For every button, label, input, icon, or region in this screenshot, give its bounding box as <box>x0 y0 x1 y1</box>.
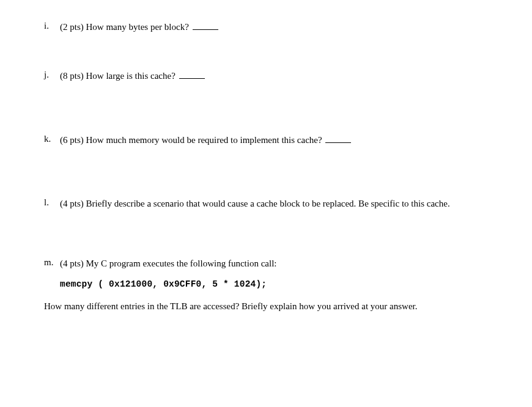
question-text: (6 pts) How much memory would be require… <box>60 135 322 145</box>
question-marker: i. <box>44 21 60 31</box>
question-body: (2 pts) How many bytes per block? <box>60 21 488 33</box>
question-row: i. (2 pts) How many bytes per block? <box>44 21 488 33</box>
followup-text: How many different entries in the TLB ar… <box>44 300 488 312</box>
answer-blank <box>193 21 218 31</box>
question-row: l. (4 pts) Briefly describe a scenario t… <box>44 197 488 210</box>
question-text: (4 pts) My C program executes the follow… <box>60 258 277 268</box>
question-body: (8 pts) How large is this cache? <box>60 70 488 82</box>
question-marker: j. <box>44 70 60 80</box>
question-i: i. (2 pts) How many bytes per block? <box>44 21 488 33</box>
question-j: j. (8 pts) How large is this cache? <box>44 70 488 82</box>
question-marker: m. <box>44 257 60 268</box>
answer-blank <box>179 70 205 79</box>
code-snippet: memcpy ( 0x121000, 0x9CFF0, 5 * 1024); <box>60 279 488 289</box>
spacer <box>44 119 488 134</box>
question-marker: l. <box>44 197 60 208</box>
question-text: (2 pts) How many bytes per block? <box>60 22 189 32</box>
question-row: m. (4 pts) My C program executes the fol… <box>44 257 488 270</box>
question-row: k. (6 pts) How much memory would be requ… <box>44 134 488 146</box>
spacer <box>44 183 488 197</box>
question-body: (4 pts) Briefly describe a scenario that… <box>60 197 488 210</box>
question-m: m. (4 pts) My C program executes the fol… <box>44 257 488 313</box>
answer-blank <box>325 134 351 143</box>
question-text: (4 pts) Briefly describe a scenario that… <box>60 199 450 208</box>
question-body: (6 pts) How much memory would be require… <box>60 134 488 146</box>
question-marker: k. <box>44 134 60 144</box>
question-l: l. (4 pts) Briefly describe a scenario t… <box>44 197 488 210</box>
question-k: k. (6 pts) How much memory would be requ… <box>44 134 488 146</box>
document-page: i. (2 pts) How many bytes per block? j. … <box>0 0 532 331</box>
question-body: (4 pts) My C program executes the follow… <box>60 257 488 270</box>
question-text: (8 pts) How large is this cache? <box>60 71 175 81</box>
question-row: j. (8 pts) How large is this cache? <box>44 70 488 82</box>
